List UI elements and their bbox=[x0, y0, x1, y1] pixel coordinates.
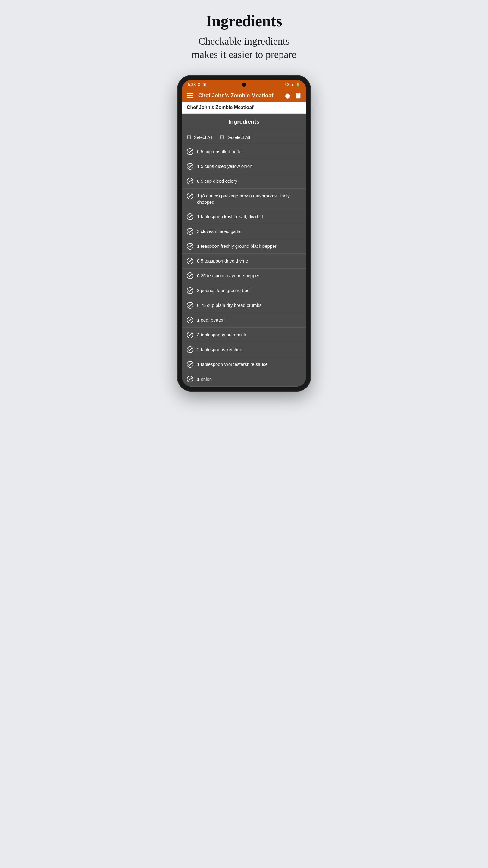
ingredient-text: 0.5 cup diced celery bbox=[197, 178, 237, 184]
check-circle-icon bbox=[187, 163, 193, 170]
ingredient-text: 1 tablespoon Worcestershire sauce bbox=[197, 361, 268, 367]
ingredient-text: 1 tablespoon kosher salt, divided bbox=[197, 213, 263, 220]
ingredient-text: 1 teaspoon freshly ground black pepper bbox=[197, 243, 276, 249]
check-circle-icon bbox=[187, 178, 193, 184]
ingredient-item[interactable]: 1 tablespoon Worcestershire sauce bbox=[182, 357, 306, 372]
status-bar-left: 5:33 ⚙ ▣ bbox=[188, 82, 206, 87]
ingredient-item[interactable]: 1 (8 ounce) package brown mushrooms, fin… bbox=[182, 189, 306, 210]
ingredient-item[interactable]: 3 cloves minced garlic bbox=[182, 224, 306, 239]
ingredient-text: 0.25 teaspoon cayenne pepper bbox=[197, 273, 259, 279]
check-circle-icon bbox=[187, 332, 193, 338]
ingredient-item[interactable]: 2 tablespoons ketchup bbox=[182, 342, 306, 357]
ingredient-text: 2 tablespoons ketchup bbox=[197, 346, 242, 352]
recipe-title-bar: Chef John's Zombie Meatloaf bbox=[182, 102, 306, 114]
camera-notch bbox=[242, 83, 246, 87]
ingredient-text: 0.75 cup plain dry bread crumbs bbox=[197, 302, 261, 308]
recipe-title-text: Chef John's Zombie Meatloaf bbox=[187, 105, 254, 110]
ingredient-text: 3 cloves minced garlic bbox=[197, 228, 241, 235]
ingredient-item[interactable]: 1 tablespoon kosher salt, divided bbox=[182, 210, 306, 224]
svg-rect-2 bbox=[187, 97, 193, 98]
deselect-all-button[interactable]: ⊟ Deselect All bbox=[220, 134, 250, 141]
menu-button[interactable] bbox=[187, 92, 193, 99]
check-circle-icon bbox=[187, 193, 193, 199]
check-circle-icon bbox=[187, 273, 193, 279]
svg-rect-1 bbox=[187, 95, 193, 96]
app-bar-title: Chef John's Zombie Meatloaf bbox=[198, 93, 280, 99]
ingredient-text: 1 (8 ounce) package brown mushrooms, fin… bbox=[197, 193, 301, 205]
ingredient-text: 0.5 cup unsalted butter bbox=[197, 148, 243, 155]
status-bar-right: 3G ▲ 🔋 bbox=[285, 83, 300, 87]
page-title: Ingredients bbox=[206, 12, 282, 30]
select-all-label: Select All bbox=[194, 135, 213, 140]
ingredients-list: 0.5 cup unsalted butter1.5 cups diced ye… bbox=[182, 144, 306, 387]
svg-rect-6 bbox=[296, 93, 301, 98]
ingredient-item[interactable]: 3 pounds lean ground beef bbox=[182, 283, 306, 298]
battery-icon: ▣ bbox=[203, 82, 206, 87]
select-deselect-row: ⊞ Select All ⊟ Deselect All bbox=[182, 130, 306, 144]
phone-screen: 5:33 ⚙ ▣ 3G ▲ 🔋 bbox=[182, 80, 306, 387]
ingredient-item[interactable]: 0.75 cup plain dry bread crumbs bbox=[182, 298, 306, 313]
check-circle-icon bbox=[187, 317, 193, 323]
ingredients-panel: Ingredients ⊞ Select All ⊟ Deselect All … bbox=[182, 114, 306, 387]
ingredient-text: 3 tablespoons buttermilk bbox=[197, 332, 246, 338]
bookmark-icon-button[interactable] bbox=[295, 92, 301, 99]
time-display: 5:33 bbox=[188, 82, 195, 87]
check-circle-icon bbox=[187, 243, 193, 250]
deselect-all-label: Deselect All bbox=[227, 135, 250, 140]
select-all-button[interactable]: ⊞ Select All bbox=[187, 134, 213, 141]
ingredient-text: 1 onion bbox=[197, 376, 212, 382]
page-wrapper: Ingredients Checkable ingredientsmakes i… bbox=[163, 12, 325, 391]
ingredients-panel-header: Ingredients bbox=[182, 114, 306, 130]
fruit-icon-button[interactable] bbox=[284, 92, 291, 99]
ingredient-item[interactable]: 3 tablespoons buttermilk bbox=[182, 328, 306, 342]
ingredient-text: 1.5 cups diced yellow onion bbox=[197, 163, 252, 169]
ingredient-item[interactable]: 1 egg, beaten bbox=[182, 313, 306, 328]
check-circle-icon bbox=[187, 346, 193, 353]
ingredient-item[interactable]: 1 onion bbox=[182, 372, 306, 387]
check-circle-icon bbox=[187, 302, 193, 309]
check-circle-icon bbox=[187, 376, 193, 382]
signal-icon: ▲ bbox=[291, 83, 294, 87]
ingredient-item[interactable]: 0.5 teaspoon dried thyme bbox=[182, 254, 306, 269]
ingredient-item[interactable]: 0.5 cup diced celery bbox=[182, 174, 306, 189]
app-bar: Chef John's Zombie Meatloaf bbox=[182, 89, 306, 102]
deselect-all-icon: ⊟ bbox=[220, 134, 224, 141]
ingredient-text: 3 pounds lean ground beef bbox=[197, 287, 251, 293]
status-bar: 5:33 ⚙ ▣ 3G ▲ 🔋 bbox=[182, 80, 306, 89]
check-circle-icon bbox=[187, 258, 193, 264]
app-bar-icons bbox=[284, 92, 301, 99]
select-all-icon: ⊞ bbox=[187, 134, 191, 141]
check-circle-icon bbox=[187, 213, 193, 220]
ingredient-text: 0.5 teaspoon dried thyme bbox=[197, 258, 248, 264]
ingredient-item[interactable]: 1.5 cups diced yellow onion bbox=[182, 159, 306, 174]
network-display: 3G bbox=[285, 83, 290, 87]
ingredient-text: 1 egg, beaten bbox=[197, 317, 225, 323]
ingredient-item[interactable]: 1 teaspoon freshly ground black pepper bbox=[182, 239, 306, 254]
svg-rect-0 bbox=[187, 93, 193, 94]
ingredient-item[interactable]: 0.5 cup unsalted butter bbox=[182, 144, 306, 159]
battery-status-icon: 🔋 bbox=[295, 83, 300, 87]
check-circle-icon bbox=[187, 287, 193, 294]
settings-icon: ⚙ bbox=[197, 82, 201, 87]
check-circle-icon bbox=[187, 228, 193, 235]
camera-dot bbox=[242, 83, 246, 87]
svg-point-5 bbox=[286, 94, 290, 98]
check-circle-icon bbox=[187, 148, 193, 155]
phone-frame: 5:33 ⚙ ▣ 3G ▲ 🔋 bbox=[178, 76, 310, 391]
check-circle-icon bbox=[187, 361, 193, 368]
page-subtitle: Checkable ingredientsmakes it easier to … bbox=[192, 35, 296, 61]
ingredient-item[interactable]: 0.25 teaspoon cayenne pepper bbox=[182, 269, 306, 283]
